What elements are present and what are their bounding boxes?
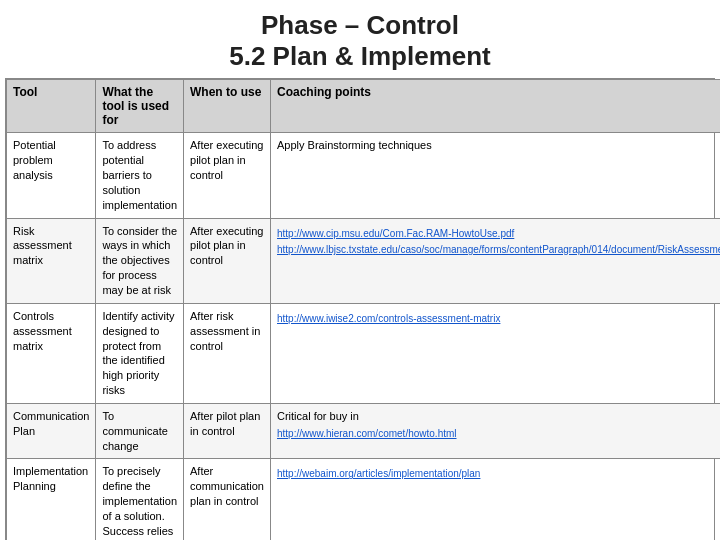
cell-when: After risk assessment in control (184, 303, 271, 403)
table-body: Potential problem analysisTo address pot… (7, 133, 721, 540)
cell-coaching: http://www.iwise2.com/controls-assessmen… (271, 303, 721, 403)
cell-coaching: http://webaim.org/articles/implementatio… (271, 459, 721, 540)
col-header-used-for: What the tool is used for (96, 80, 184, 133)
cell-coaching: Critical for buy inhttp://www.hieran.com… (271, 403, 721, 459)
col-header-when: When to use (184, 80, 271, 133)
cell-when: After executing pilot plan in control (184, 218, 271, 303)
cell-tool: Communication Plan (7, 403, 96, 459)
coaching-link[interactable]: http://www.hieran.com/comet/howto.html (277, 427, 720, 441)
cell-used-for: To communicate change (96, 403, 184, 459)
cell-tool: Risk assessment matrix (7, 218, 96, 303)
cell-tool: Implementation Planning (7, 459, 96, 540)
main-table: Tool What the tool is used for When to u… (6, 79, 720, 540)
coaching-link[interactable]: http://www.iwise2.com/controls-assessmen… (277, 312, 720, 326)
page-title: Phase – Control 5.2 Plan & Implement (229, 0, 491, 78)
col-header-coaching: Coaching points (271, 80, 721, 133)
table-row: Potential problem analysisTo address pot… (7, 133, 721, 218)
col-header-tool: Tool (7, 80, 96, 133)
cell-used-for: To precisely define the implementation o… (96, 459, 184, 540)
cell-used-for: Identify activity designed to protect fr… (96, 303, 184, 403)
coaching-link[interactable]: http://webaim.org/articles/implementatio… (277, 467, 720, 481)
cell-coaching: http://www.cip.msu.edu/Com.Fac.RAM-Howto… (271, 218, 721, 303)
cell-tool: Controls assessment matrix (7, 303, 96, 403)
cell-used-for: To consider the ways in which the object… (96, 218, 184, 303)
cell-coaching: Apply Brainstorming techniques (271, 133, 721, 218)
cell-when: After communication plan in control (184, 459, 271, 540)
table-row: Communication PlanTo communicate changeA… (7, 403, 721, 459)
table-row: Implementation PlanningTo precisely defi… (7, 459, 721, 540)
title-line2: 5.2 Plan & Implement (229, 41, 491, 72)
coaching-link[interactable]: http://www.cip.msu.edu/Com.Fac.RAM-Howto… (277, 227, 720, 241)
title-line1: Phase – Control (229, 10, 491, 41)
table-header-row: Tool What the tool is used for When to u… (7, 80, 721, 133)
table-row: Controls assessment matrixIdentify activ… (7, 303, 721, 403)
cell-when: After pilot plan in control (184, 403, 271, 459)
cell-tool: Potential problem analysis (7, 133, 96, 218)
cell-used-for: To address potential barriers to solutio… (96, 133, 184, 218)
main-table-container: Tool What the tool is used for When to u… (5, 78, 715, 540)
table-row: Risk assessment matrixTo consider the wa… (7, 218, 721, 303)
cell-when: After executing pilot plan in control (184, 133, 271, 218)
coaching-link[interactable]: http://www.lbjsc.txstate.edu/caso/soc/ma… (277, 243, 720, 257)
